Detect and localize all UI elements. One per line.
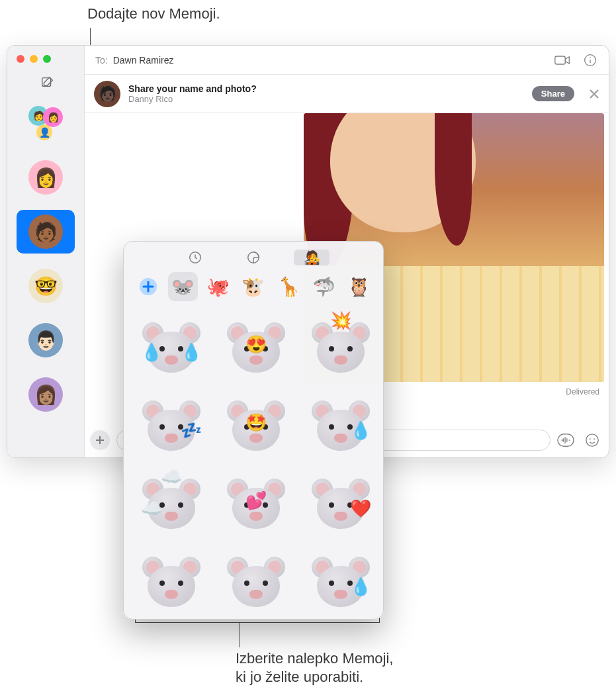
memoji-sticker-mouse-heart-eyes[interactable]: 😍 — [218, 312, 294, 383]
callout-line — [135, 622, 380, 623]
memoji-icon: 🧑‍🎤 — [304, 250, 320, 265]
compose-button[interactable] — [40, 75, 55, 89]
svg-point-4 — [590, 57, 591, 58]
memoji-sticker-mouse-mind-blown[interactable]: 💥 — [302, 312, 376, 383]
avatar: 👨🏻 — [28, 323, 63, 357]
conversation-item[interactable]: 🤓 — [17, 264, 75, 308]
plus-circle-icon — [138, 277, 158, 297]
conversations-sidebar: 🧑👩👤 👩 🧑🏾 🤓 👨🏻 👩🏽 — [7, 46, 85, 457]
info-icon[interactable] — [582, 54, 598, 67]
share-button[interactable]: Share — [532, 86, 574, 101]
close-button[interactable] — [17, 55, 24, 63]
tab-stickers[interactable] — [236, 250, 271, 265]
recipient-name: Dawn Ramirez — [113, 55, 174, 66]
avatar: 🧑🏾 — [28, 214, 63, 249]
callout-line — [240, 622, 240, 647]
memoji-sticker-mouse-single-heart[interactable]: ❤️ — [302, 468, 376, 539]
character-octopus[interactable]: 🐙 — [203, 272, 233, 301]
memoji-popover: 🧑‍🎤 🐭 🐙 🐮 🦒 🦈 🦉 💧💧😍💥💤🤩💧☁️☁️💕❤️💧 — [123, 241, 384, 620]
sticker-grid: 💧💧😍💥💤🤩💧☁️☁️💕❤️💧 — [130, 308, 376, 614]
callout-text-line1: Izberite nalepko Memoji, — [236, 649, 393, 668]
conversation-item-selected[interactable]: 🧑🏾 — [17, 210, 75, 254]
svg-point-11 — [590, 438, 591, 440]
character-owl[interactable]: 🦉 — [344, 272, 374, 301]
character-mouse[interactable]: 🐭 — [168, 272, 198, 301]
character-giraffe[interactable]: 🦒 — [274, 272, 304, 301]
avatar: 👩 — [28, 160, 63, 195]
character-cow[interactable]: 🐮 — [238, 272, 268, 301]
svg-rect-1 — [555, 56, 565, 64]
memoji-sticker-mouse-sleep[interactable]: 💤 — [133, 390, 210, 461]
share-subtitle: Danny Rico — [128, 94, 257, 104]
delivery-status: Delivered — [566, 387, 599, 396]
memoji-sticker-mouse-tear[interactable]: 💧 — [302, 390, 376, 461]
add-memoji-button[interactable] — [133, 272, 163, 301]
conversation-item[interactable]: 👩 — [17, 156, 75, 199]
share-avatar: 🧑🏿 — [94, 81, 120, 107]
conversation-item[interactable]: 👨🏻 — [17, 318, 75, 362]
conversation-item[interactable]: 👩🏽 — [17, 373, 75, 416]
compose-icon — [40, 75, 55, 89]
thread-header: To: Dawn Ramirez — [85, 46, 609, 75]
callout-choose-sticker: Izberite nalepko Memoji, ki jo želite up… — [236, 649, 393, 686]
memoji-sticker-mouse-angry[interactable] — [218, 546, 294, 614]
audio-message-icon[interactable] — [557, 433, 574, 447]
plus-icon — [95, 435, 105, 445]
memoji-sticker-mouse-laugh-tears[interactable]: 💧💧 — [133, 312, 210, 383]
tab-memoji[interactable]: 🧑‍🎤 — [294, 250, 330, 265]
to-label: To: — [95, 55, 108, 66]
avatar: 🤓 — [28, 269, 63, 303]
window-controls — [17, 55, 51, 63]
facetime-icon[interactable] — [554, 54, 570, 67]
sticker-icon — [246, 250, 261, 265]
memoji-sticker-mouse-sweat[interactable]: 💧 — [302, 546, 376, 614]
minimize-button[interactable] — [30, 55, 38, 63]
tab-recents[interactable] — [177, 250, 213, 265]
conversation-item[interactable]: 🧑👩👤 — [17, 101, 75, 145]
popover-tabs: 🧑‍🎤 — [130, 248, 376, 267]
memoji-sticker-mouse-clouds[interactable]: ☁️☁️ — [133, 468, 210, 539]
callout-add-memoji: Dodajte nov Memoji. — [87, 5, 220, 23]
svg-point-12 — [594, 438, 595, 440]
svg-rect-0 — [42, 78, 51, 87]
maximize-button[interactable] — [43, 55, 51, 63]
share-name-photo-bar: 🧑🏿 Share your name and photo? Danny Rico… — [85, 75, 609, 113]
character-shark[interactable]: 🦈 — [309, 272, 339, 301]
memoji-sticker-mouse-kiss-hearts[interactable]: 💕 — [218, 468, 294, 539]
conversation-list: 🧑👩👤 👩 🧑🏾 🤓 👨🏻 👩🏽 — [7, 101, 84, 416]
memoji-sticker-mouse-worried[interactable] — [133, 546, 210, 614]
memoji-sticker-mouse-star-eyes[interactable]: 🤩 — [218, 390, 294, 461]
close-icon[interactable] — [589, 89, 599, 99]
svg-rect-9 — [558, 434, 574, 447]
emoji-icon[interactable] — [584, 433, 601, 447]
group-avatar: 🧑👩👤 — [28, 106, 63, 140]
share-title: Share your name and photo? — [128, 83, 257, 94]
clock-icon — [188, 250, 202, 265]
callout-text-line2: ki jo želite uporabiti. — [236, 668, 393, 686]
character-row: 🐭 🐙 🐮 🦒 🦈 🦉 — [130, 269, 376, 308]
avatar: 👩🏽 — [28, 377, 63, 412]
svg-point-10 — [586, 434, 598, 446]
apps-button[interactable] — [90, 430, 110, 450]
